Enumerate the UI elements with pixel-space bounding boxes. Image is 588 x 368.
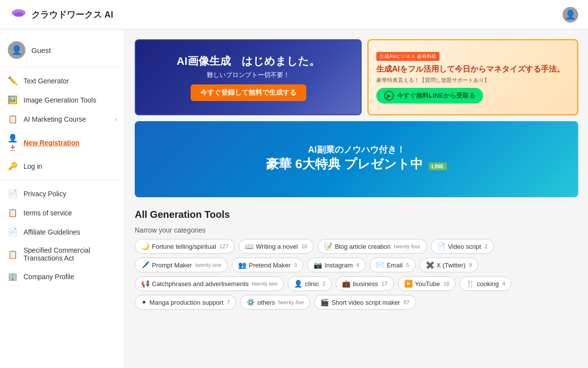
sidebar-item-label: New Registration <box>24 139 117 147</box>
cat-icon-novel: 📖 <box>245 242 253 250</box>
cat-label-short-video: Short video script maker <box>331 299 400 306</box>
cat-count-blog: twenty four <box>394 243 420 249</box>
cat-count-email: 5 <box>406 262 409 268</box>
cat-icon-twitter: ✖️ <box>426 261 434 269</box>
cat-btn-instagram[interactable]: 📷Instagram4 <box>307 258 366 272</box>
cat-btn-others[interactable]: ⚙️otherstwenty five <box>240 295 310 310</box>
header-right: 👤 <box>563 7 578 23</box>
sidebar-item-privacy-policy[interactable]: 📄 Privacy Policy <box>0 184 124 203</box>
cat-icon-email: ✉️ <box>376 261 384 269</box>
cat-label-manga: Manga production support <box>149 299 223 306</box>
cat-btn-business[interactable]: 💼business17 <box>336 276 394 291</box>
cat-icon-video-script: 📄 <box>437 242 445 250</box>
sidebar-item-label: Log in <box>24 162 117 170</box>
filter-label: Narrow your categories <box>135 226 578 234</box>
sidebar-item-image-generation[interactable]: 🖼️ Image Generation Tools <box>0 90 124 109</box>
marketing-icon: 📋 <box>8 114 18 124</box>
banner-left-title: AI画像生成 はじめました。 <box>177 54 320 69</box>
sidebar-item-text-generator[interactable]: ✏️ Text Generator <box>0 71 124 90</box>
cat-btn-blog[interactable]: 📝Blog article creationtwenty four <box>318 239 427 254</box>
cat-count-video-script: 2 <box>485 243 488 249</box>
cat-btn-video-script[interactable]: 📄Video script2 <box>431 239 494 254</box>
cat-icon-blog: 📝 <box>324 242 332 250</box>
sidebar-item-affiliate[interactable]: 📄 Affiliate Guidelines <box>0 222 124 241</box>
cat-count-cooking: 4 <box>502 281 505 287</box>
cat-label-email: Email <box>387 262 403 269</box>
sidebar-item-label: AI Marketing Course <box>24 115 109 123</box>
banner-right-button[interactable]: ▶ 今すぐ無料LINEから受取る <box>376 88 483 104</box>
cat-label-fortune: Fortune telling/spiritual <box>152 243 216 250</box>
cat-label-clinic: clinic <box>305 280 319 288</box>
cat-label-catchphrases: Catchphrases and advertisements <box>152 280 248 288</box>
cat-label-twitter: X (Twitter) <box>437 262 466 269</box>
play-icon: ▶ <box>384 91 394 101</box>
cat-icon-pretend-maker: 👥 <box>238 261 246 269</box>
banner-right-sub: 豪華特典貰える！【質問し放題サポートあり】 <box>376 77 569 84</box>
banner-bottom-title: 豪華 6大特典 プレゼント中 LINE <box>266 156 446 173</box>
cat-icon-fortune: 🌙 <box>141 242 149 250</box>
banner-left-button[interactable]: 今すぐ登録して無料で生成する <box>191 84 306 101</box>
chevron-right-icon: › <box>115 116 117 123</box>
banner-6benefits[interactable]: AI副業のノウハウ付き！ 豪華 6大特典 プレゼント中 LINE <box>135 121 578 197</box>
policy-icon: 📄 <box>8 189 18 198</box>
banner-monetize[interactable]: 生成AIxビジネス 超有料級 生成AIをフル活用して今日からマネタイズする手法。… <box>368 39 578 115</box>
cat-icon-catchphrases: 📢 <box>141 280 149 288</box>
cat-icon-prompt-maker: 🖊️ <box>141 261 149 269</box>
transactions-icon: 📋 <box>8 250 18 259</box>
cat-icon-youtube: ▶️ <box>404 280 413 288</box>
sidebar-item-terms-of-service[interactable]: 📋 terms of service <box>0 203 124 222</box>
cat-icon-cooking: 🍴 <box>466 280 474 288</box>
banner-right-button-label: 今すぐ無料LINEから受取る <box>397 91 475 100</box>
person-icon: 👤 <box>565 9 576 20</box>
cat-btn-youtube[interactable]: ▶️YouTube16 <box>398 276 456 291</box>
banner-ai-image[interactable]: AI画像生成 はじめました。 難しいプロンプトー切不要！ 今すぐ登録して無料で生… <box>135 39 362 115</box>
sidebar-item-login[interactable]: 🔑 Log in <box>0 157 124 176</box>
cat-icon-instagram: 📷 <box>314 261 322 269</box>
cat-btn-pretend-maker[interactable]: 👥Pretend Maker3 <box>232 258 303 272</box>
account-icon[interactable]: 👤 <box>563 7 578 23</box>
cat-count-instagram: 4 <box>356 262 359 268</box>
sidebar-item-commercial-transactions[interactable]: 📋 Specified Commercial Transactions Act <box>0 241 124 267</box>
cat-count-clinic: 2 <box>322 281 325 287</box>
image-icon: 🖼️ <box>8 95 18 105</box>
header: クラウドワークス AI 👤 <box>0 0 588 29</box>
banner-right-title: 生成AIをフル活用して今日からマネタイズする手法。 <box>376 64 569 75</box>
sidebar: 👤 Guest ✏️ Text Generator 🖼️ Image Gener… <box>0 29 125 319</box>
logo[interactable]: クラウドワークス AI <box>10 9 113 21</box>
cat-btn-manga[interactable]: ✦Manga production support7 <box>135 295 236 310</box>
cat-btn-short-video[interactable]: 🎬Short video script maker87 <box>314 295 416 310</box>
cat-btn-clinic[interactable]: 👤clinic2 <box>288 276 332 291</box>
cat-btn-fortune[interactable]: 🌙Fortune telling/spiritual127 <box>135 239 235 254</box>
sidebar-item-label: Company Profile <box>24 273 117 281</box>
banner-bottom-badge: LINE <box>429 162 447 170</box>
cat-label-business: business <box>353 280 378 288</box>
cat-icon-others: ⚙️ <box>246 298 255 306</box>
sidebar-item-new-registration[interactable]: 👤+ New Registration <box>0 129 124 157</box>
cat-btn-twitter[interactable]: ✖️X (Twitter)9 <box>419 258 478 272</box>
avatar: 👤 <box>8 41 25 59</box>
banner-left-subtitle: 難しいプロンプトー切不要！ <box>177 71 320 79</box>
cat-btn-cooking[interactable]: 🍴cooking4 <box>460 276 512 291</box>
sidebar-item-ai-marketing[interactable]: 📋 AI Marketing Course › <box>0 109 124 129</box>
cat-btn-novel[interactable]: 📖Writing a novel16 <box>239 239 314 254</box>
cat-btn-prompt-maker[interactable]: 🖊️Prompt Makertwenty one <box>135 258 228 272</box>
cat-count-youtube: 16 <box>443 281 449 287</box>
avatar-icon: 👤 <box>11 45 22 55</box>
banner-left-inner: AI画像生成 はじめました。 難しいプロンプトー切不要！ 今すぐ登録して無料で生… <box>169 46 328 109</box>
cat-count-short-video: 87 <box>403 299 409 305</box>
cat-icon-business: 💼 <box>342 280 350 288</box>
new-user-icon: 👤+ <box>8 133 18 152</box>
cat-icon-short-video: 🎬 <box>320 298 329 306</box>
edit-icon: ✏️ <box>8 76 18 85</box>
cat-label-prompt-maker: Prompt Maker <box>152 262 192 269</box>
banner-bottom-prefix: AI副業のノウハウ付き！ <box>266 144 446 156</box>
main-content: AI画像生成 はじめました。 難しいプロンプトー切不要！ 今すぐ登録して無料で生… <box>125 29 588 319</box>
cat-label-cooking: cooking <box>477 280 499 288</box>
sidebar-item-company-profile[interactable]: 🏢 Company Profile <box>0 267 124 286</box>
cat-label-youtube: YouTube <box>415 280 440 288</box>
cat-btn-catchphrases[interactable]: 📢Catchphrases and advertisementstwenty t… <box>135 276 284 291</box>
sidebar-item-label: Affiliate Guidelines <box>24 228 117 236</box>
cat-btn-email[interactable]: ✉️Email5 <box>369 258 416 272</box>
cat-label-pretend-maker: Pretend Maker <box>249 262 291 269</box>
sidebar-item-label: Specified Commercial Transactions Act <box>24 246 117 262</box>
